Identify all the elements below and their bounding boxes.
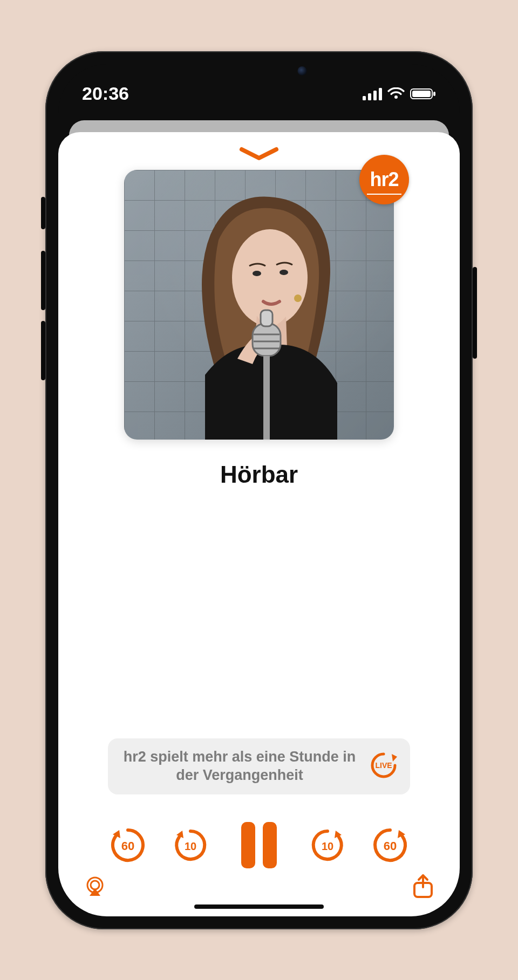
mute-switch[interactable] xyxy=(41,197,45,229)
cover-art xyxy=(124,170,394,440)
transport-controls: 60 10 xyxy=(107,818,411,872)
now-playing-title: Hörbar xyxy=(220,461,298,488)
station-badge-text: hr2 xyxy=(370,168,398,191)
skip-back-60-button[interactable]: 60 xyxy=(107,824,149,866)
volume-down-button[interactable] xyxy=(41,321,45,380)
svg-rect-0 xyxy=(363,96,366,100)
svg-rect-5 xyxy=(412,91,431,97)
svg-rect-2 xyxy=(373,91,377,100)
jump-to-live-icon: LIVE xyxy=(368,750,399,783)
power-button[interactable] xyxy=(473,267,477,359)
share-icon xyxy=(412,873,434,899)
svg-point-20 xyxy=(91,881,99,889)
skip-forward-60-button[interactable]: 60 xyxy=(369,824,411,866)
svg-text:60: 60 xyxy=(121,839,134,853)
svg-text:60: 60 xyxy=(384,839,397,853)
svg-point-8 xyxy=(253,271,261,276)
svg-rect-11 xyxy=(261,310,272,326)
skip-forward-10-button[interactable]: 10 xyxy=(306,824,349,866)
wifi-icon xyxy=(387,87,405,100)
status-icons xyxy=(363,87,436,100)
player-sheet: hr2 Hörbar hr2 spielt mehr als eine Stun… xyxy=(58,132,460,916)
cover-art-container: hr2 xyxy=(124,170,394,440)
pause-button[interactable] xyxy=(232,818,286,872)
collapse-chevron[interactable] xyxy=(235,142,283,167)
bottom-bar xyxy=(76,872,442,903)
skip-forward-60-icon: 60 xyxy=(370,825,411,866)
skip-back-10-icon: 10 xyxy=(171,826,210,865)
volume-up-button[interactable] xyxy=(41,251,45,310)
playback-offset-banner[interactable]: hr2 spielt mehr als eine Stunde in der V… xyxy=(108,738,410,794)
cellular-icon xyxy=(363,87,382,100)
screen: hr2 Hörbar hr2 spielt mehr als eine Stun… xyxy=(58,124,460,916)
svg-text:LIVE: LIVE xyxy=(375,761,392,770)
chevron-down-icon xyxy=(237,146,281,162)
svg-point-13 xyxy=(294,294,302,302)
svg-rect-10 xyxy=(253,324,281,356)
svg-rect-1 xyxy=(368,93,371,100)
skip-back-10-button[interactable]: 10 xyxy=(169,824,212,866)
svg-text:10: 10 xyxy=(185,840,196,852)
svg-rect-6 xyxy=(433,92,435,96)
svg-point-9 xyxy=(280,270,288,275)
phone-chassis: 20:36 xyxy=(45,51,473,929)
share-button[interactable] xyxy=(409,872,437,900)
airplay-icon xyxy=(83,874,107,898)
airplay-button[interactable] xyxy=(81,872,109,900)
battery-icon xyxy=(410,87,436,100)
status-bar: 20:36 xyxy=(58,64,460,124)
status-time: 20:36 xyxy=(82,83,129,104)
home-indicator[interactable] xyxy=(194,904,324,909)
svg-rect-3 xyxy=(379,88,382,100)
skip-back-60-icon: 60 xyxy=(107,825,148,866)
svg-rect-12 xyxy=(263,356,270,440)
skip-forward-10-icon: 10 xyxy=(308,826,347,865)
cover-illustration xyxy=(124,170,394,440)
phone-bezel: 20:36 xyxy=(58,64,460,916)
svg-text:10: 10 xyxy=(322,840,333,852)
pause-bar-right xyxy=(263,822,277,868)
station-badge[interactable]: hr2 xyxy=(359,155,409,204)
pause-bar-left xyxy=(241,822,255,868)
playback-offset-text: hr2 spielt mehr als eine Stunde in der V… xyxy=(119,748,360,785)
